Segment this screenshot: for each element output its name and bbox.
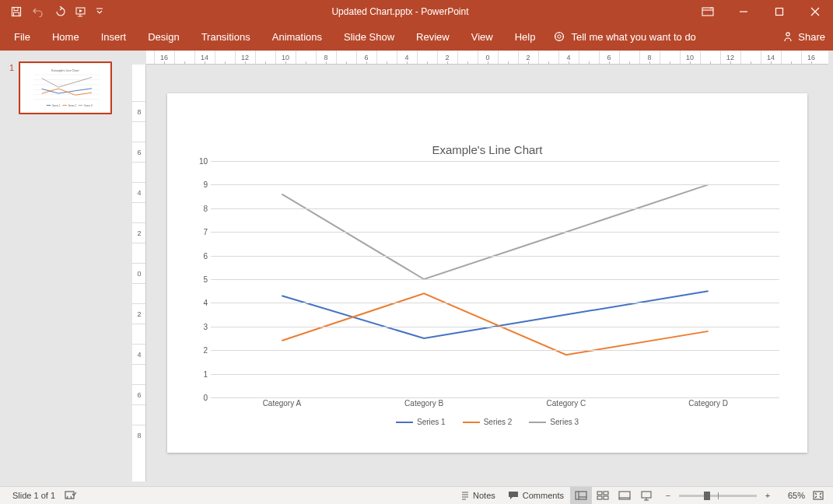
svg-rect-36 (576, 492, 586, 499)
close-button[interactable] (797, 0, 833, 23)
chart-title: Example's Line Chart (189, 143, 786, 156)
legend-label: Series 1 (417, 418, 446, 426)
svg-rect-45 (642, 492, 651, 498)
minimize-button[interactable] (726, 0, 761, 23)
slide-sorter-view-button[interactable] (592, 487, 614, 505)
svg-rect-41 (597, 496, 602, 499)
start-from-beginning-button[interactable] (72, 2, 92, 21)
thumbnail-number: 1 (6, 61, 14, 114)
svg-rect-40 (604, 492, 608, 495)
svg-rect-39 (597, 492, 602, 495)
legend-item: Series 3 (529, 418, 579, 426)
zoom-track[interactable] (679, 495, 757, 497)
x-tick-label: Category B (353, 397, 495, 415)
share-button[interactable]: Share (782, 23, 825, 51)
y-tick-label: 1 (203, 369, 208, 378)
y-tick-label: 10 (199, 157, 208, 166)
zoom-level[interactable]: 65% (779, 491, 805, 500)
status-bar: Slide 1 of 1 Notes Comments − + 65% (0, 486, 833, 504)
x-tick-label: Category A (211, 397, 353, 415)
maximize-button[interactable] (761, 0, 797, 23)
chart-legend: Series 1Series 2Series 3 (189, 418, 786, 426)
svg-text:Series 2: Series 2 (68, 104, 77, 107)
window-title: Updated Chart.pptx - PowerPoint (106, 6, 695, 17)
legend-swatch (396, 422, 413, 423)
horizontal-ruler: 1614121086420246810121416 (146, 51, 828, 65)
tell-me-search[interactable]: Tell me what you want to do (546, 31, 703, 43)
ribbon-tab-design[interactable]: Design (137, 23, 190, 51)
ribbon-tab-slide-show[interactable]: Slide Show (333, 23, 405, 51)
zoom-in-button[interactable]: + (761, 491, 774, 500)
ribbon-tabs: FileHomeInsertDesignTransitionsAnimation… (0, 23, 833, 51)
normal-view-button[interactable] (570, 487, 592, 505)
legend-label: Series 2 (484, 418, 513, 426)
y-tick-label: 5 (203, 275, 208, 284)
svg-point-12 (558, 35, 561, 38)
title-bar: Updated Chart.pptx - PowerPoint (0, 0, 833, 23)
ribbon-tab-home[interactable]: Home (41, 23, 90, 51)
ribbon-tab-review[interactable]: Review (405, 23, 460, 51)
reading-view-button[interactable] (614, 487, 635, 505)
redo-button[interactable] (50, 2, 70, 21)
save-button[interactable] (6, 2, 26, 21)
ribbon-tab-view[interactable]: View (460, 23, 504, 51)
zoom-out-button[interactable]: − (662, 491, 674, 500)
svg-point-17 (786, 33, 789, 36)
fit-to-window-button[interactable] (810, 487, 827, 505)
legend-swatch (463, 422, 480, 423)
svg-rect-5 (702, 8, 713, 16)
slide-counter[interactable]: Slide 1 of 1 (6, 487, 61, 505)
vertical-ruler: 864202468 (132, 65, 146, 481)
spellcheck-button[interactable] (61, 487, 80, 505)
svg-text:Series 1: Series 1 (52, 104, 61, 107)
ribbon-tab-help[interactable]: Help (504, 23, 547, 51)
legend-item: Series 2 (463, 418, 513, 426)
legend-item: Series 1 (396, 418, 446, 426)
y-tick-label: 0 (203, 394, 208, 402)
x-tick-label: Category C (495, 397, 638, 415)
quick-access-toolbar (0, 2, 106, 21)
comments-button[interactable]: Comments (502, 487, 570, 505)
svg-rect-1 (14, 7, 18, 10)
legend-swatch (529, 422, 546, 423)
chart-object[interactable]: Example's Line Chart 012345678910 Catego… (189, 143, 786, 434)
svg-rect-42 (604, 496, 608, 499)
ribbon-tab-insert[interactable]: Insert (90, 23, 138, 51)
y-tick-label: 3 (203, 322, 208, 331)
tell-me-placeholder: Tell me what you want to do (571, 31, 695, 43)
window-controls (726, 0, 833, 23)
ribbon-tab-file[interactable]: File (3, 23, 41, 51)
y-tick-label: 7 (203, 228, 208, 236)
notes-button[interactable]: Notes (455, 487, 502, 505)
slide-canvas-area: 1614121086420246810121416 864202468 Exam… (128, 51, 833, 486)
y-tick-label: 2 (203, 346, 208, 355)
y-tick-label: 4 (203, 299, 208, 307)
customize-qat-button[interactable] (93, 2, 106, 21)
svg-text:Series 3: Series 3 (84, 104, 93, 107)
ribbon-tab-animations[interactable]: Animations (261, 23, 333, 51)
svg-rect-31 (65, 492, 74, 499)
zoom-slider[interactable]: − + 65% (657, 491, 810, 500)
slide-thumbnails-panel[interactable]: 1 Example's Line ChartSeries 1Series 2Se… (0, 51, 128, 486)
y-tick-label: 9 (203, 180, 208, 189)
chart-plot-area: 012345678910 Category ACategory BCategor… (189, 161, 786, 415)
svg-point-11 (555, 33, 564, 41)
svg-rect-8 (776, 8, 783, 15)
y-tick-label: 8 (203, 204, 208, 212)
x-tick-label: Category D (637, 397, 779, 415)
undo-button[interactable] (28, 2, 48, 21)
workspace: 1 Example's Line ChartSeries 1Series 2Se… (0, 51, 833, 486)
ribbon-tab-transitions[interactable]: Transitions (191, 23, 261, 51)
svg-rect-2 (14, 12, 19, 16)
series-line (282, 291, 708, 338)
view-buttons (570, 487, 657, 505)
slideshow-view-button[interactable] (635, 487, 657, 505)
y-tick-label: 6 (203, 251, 208, 260)
slide[interactable]: Example's Line Chart 012345678910 Catego… (167, 93, 807, 453)
slide-thumbnail-1[interactable]: Example's Line ChartSeries 1Series 2Seri… (19, 61, 112, 114)
svg-rect-46 (814, 492, 823, 499)
legend-label: Series 3 (550, 418, 579, 426)
ribbon-display-options-button[interactable] (695, 7, 721, 16)
svg-text:Example's Line Chart: Example's Line Chart (51, 69, 79, 72)
